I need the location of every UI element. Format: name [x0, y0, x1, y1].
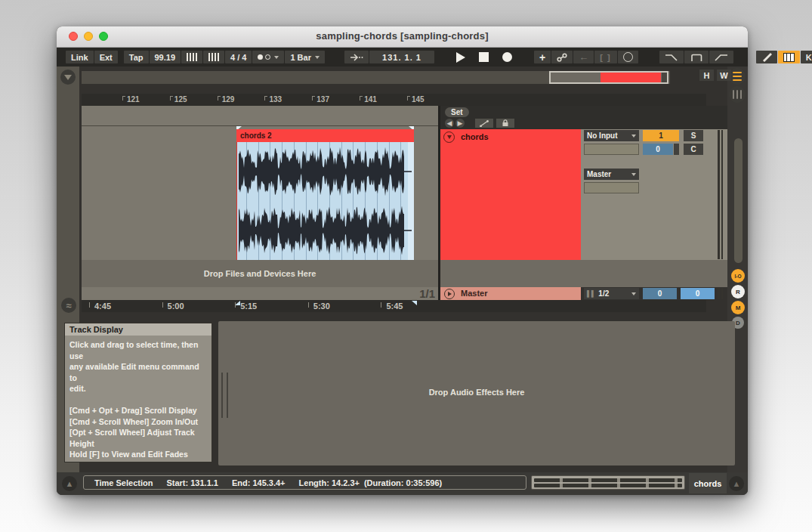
time-label: 4:45 [94, 302, 111, 311]
circle-icon [623, 52, 633, 62]
crossfade-c-button[interactable]: C [684, 144, 703, 155]
chevron-down-icon [315, 56, 320, 59]
device-chain-pane[interactable]: Drop Audio Effects Here [218, 321, 735, 466]
status-field: Time Selection Start: 131.1.1 End: 145.3… [83, 475, 526, 490]
input-channel-chooser[interactable] [584, 144, 639, 155]
titlebar: sampling-chords [sampling-chords] [57, 26, 748, 48]
master-output-chooser[interactable]: ▌▌ 1/2 [584, 288, 639, 299]
back-to-arrangement-button[interactable]: ← [573, 51, 594, 63]
drop-files-label: Drop Files and Devices Here [204, 269, 316, 278]
output-chooser[interactable]: Master [584, 169, 639, 180]
fold-arrangement-button[interactable] [60, 70, 76, 85]
clip-title-bar[interactable]: chords 2 [236, 129, 414, 142]
previous-locator-button[interactable]: ◀ [445, 119, 454, 128]
detail-view-toggle[interactable]: ▲ [729, 476, 744, 491]
mixer-section-toggle[interactable]: M [731, 301, 745, 314]
record-button[interactable] [502, 52, 512, 62]
returns-section-toggle[interactable]: R [731, 285, 745, 298]
master-lane[interactable]: 1/1 [82, 287, 438, 300]
track-header-chords[interactable]: chords [440, 129, 581, 260]
selection-end-marker [412, 301, 417, 305]
status-mode: Time Selection [94, 478, 153, 487]
lock-envelopes-button[interactable] [496, 119, 514, 128]
track-output-meter [718, 130, 724, 259]
vertical-scrollbar[interactable] [734, 138, 743, 263]
draw-automation-button[interactable] [475, 119, 493, 128]
follow-button[interactable] [344, 51, 369, 63]
new-midi-track-button[interactable]: + [534, 51, 551, 63]
punch-in-button[interactable] [659, 51, 684, 63]
punch-out-button[interactable] [709, 51, 733, 63]
draw-mode-button[interactable] [756, 51, 777, 63]
track-unfold-button[interactable] [443, 131, 455, 143]
drop-files-zone-right[interactable] [440, 260, 727, 287]
punch-region-button[interactable]: [ ] [594, 51, 617, 63]
chevron-down-icon [274, 56, 279, 59]
status-end: End: 145.3.4+ [232, 478, 286, 487]
stop-button[interactable] [479, 52, 489, 62]
master-pan-field[interactable]: 0 [643, 288, 677, 299]
piano-keyboard-icon [783, 53, 795, 62]
optimize-height-button[interactable]: H [699, 70, 714, 81]
master-volume-field[interactable]: 0 [681, 288, 715, 299]
tempo-field[interactable]: 99.19 [150, 51, 181, 63]
arrangement-overview[interactable] [82, 71, 670, 84]
computer-midi-keyboard-button[interactable] [778, 51, 800, 63]
clip-view-tab[interactable]: chords [689, 473, 727, 493]
bar-number: 133 [269, 95, 282, 104]
bar-number: 125 [174, 95, 187, 104]
audio-clip[interactable]: chords 2 [236, 129, 414, 260]
waveform-icon [237, 142, 415, 260]
arrangement-position-field[interactable]: 131. 1. 1 [369, 51, 434, 63]
triangle-down-icon [447, 135, 452, 139]
time-label: 5:00 [168, 302, 184, 311]
loop-switch-button[interactable] [684, 51, 709, 63]
optimize-width-button[interactable]: W [717, 70, 731, 81]
bar-ruler[interactable]: 121125129133137141145 [82, 94, 706, 106]
quantize-menu[interactable]: 1 Bar [285, 51, 325, 63]
metronome-dot-hollow-icon [265, 54, 270, 60]
marker-lane[interactable] [82, 106, 438, 126]
metronome-button[interactable] [252, 51, 284, 63]
master-header-row: Master ▌▌ 1/2 0 0 [440, 287, 727, 300]
track-volume-field[interactable]: 0 [643, 144, 673, 155]
info-view-toggle[interactable]: ▲ [62, 476, 77, 491]
link-button[interactable]: Link [66, 51, 94, 63]
tap-tempo-button[interactable]: Tap [124, 51, 149, 63]
bar-number: 121 [127, 95, 140, 104]
overdub-button[interactable] [551, 51, 573, 63]
volume-reset [674, 144, 679, 155]
track-header-area: chords No Input Master 1 S 0 C [440, 129, 727, 260]
loop-button[interactable] [618, 51, 638, 63]
clip-waveform-area[interactable] [236, 142, 414, 260]
nudge-down-button[interactable] [181, 51, 202, 63]
master-output-meter [718, 288, 724, 299]
bar-number: 129 [222, 95, 235, 104]
nudge-up-button[interactable] [203, 51, 224, 63]
set-locator-button[interactable]: Set [445, 107, 469, 117]
master-unfold-button[interactable] [444, 289, 455, 299]
output-channel-chooser[interactable] [584, 182, 639, 193]
input-chooser[interactable]: No Input [584, 130, 639, 141]
ext-button[interactable]: Ext [94, 51, 118, 63]
fades-toggle-button[interactable]: ≈ [61, 298, 76, 313]
track-name[interactable]: chords [461, 132, 489, 141]
meter-mini-icon: ▌▌ [587, 290, 595, 297]
track-activator-button[interactable]: 1 [643, 130, 679, 141]
arrangement-view-selector[interactable] [729, 68, 746, 85]
time-signature-field[interactable]: 4 / 4 [225, 51, 252, 63]
solo-button[interactable]: S [684, 130, 703, 141]
session-view-selector[interactable] [729, 86, 746, 103]
time-ruler[interactable]: 4:455:005:155:305:45 [82, 300, 706, 312]
next-locator-button[interactable]: ▶ [455, 119, 465, 128]
locator-area: Set ◀ ▶ [440, 106, 727, 129]
play-button[interactable] [456, 52, 465, 63]
io-section-toggle[interactable]: I-O [731, 269, 745, 283]
key-map-button[interactable]: Key [801, 51, 812, 63]
clip-overview-waveform[interactable] [531, 475, 685, 490]
waveform-band-icon [534, 478, 682, 482]
bar-number: 145 [412, 95, 425, 104]
drop-files-zone[interactable]: Drop Files and Devices Here [82, 260, 438, 287]
overview-viewport[interactable] [549, 71, 668, 84]
master-track-header[interactable]: Master [440, 287, 581, 300]
